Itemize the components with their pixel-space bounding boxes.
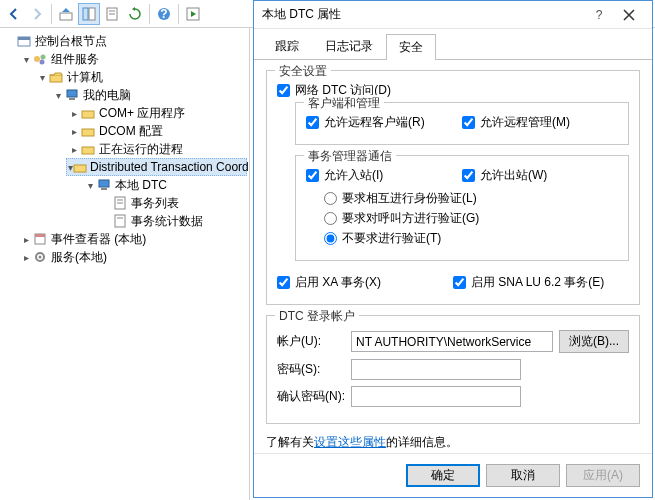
help-button[interactable]: ? — [584, 4, 614, 26]
group-legend: DTC 登录帐户 — [275, 308, 359, 325]
tree-txlist[interactable]: 事务列表 — [98, 194, 247, 212]
svg-point-31 — [39, 256, 42, 259]
info-link[interactable]: 设置这些属性 — [314, 435, 386, 449]
info-prefix: 了解有关 — [266, 435, 314, 449]
checkbox-label: 启用 XA 事务(X) — [295, 274, 381, 291]
svg-text:?: ? — [160, 7, 167, 21]
account-label: 帐户(U): — [277, 333, 345, 350]
svg-rect-10 — [18, 37, 30, 40]
tree-txstats[interactable]: 事务统计数据 — [98, 212, 247, 230]
checkbox-label: 允许出站(W) — [480, 167, 547, 184]
caller-auth-radio[interactable]: 要求对呼叫方进行验证(G) — [324, 210, 618, 227]
svg-rect-16 — [69, 98, 75, 100]
allow-remote-client-checkbox[interactable]: 允许远程客户端(R) — [306, 114, 462, 131]
tree-local-dtc[interactable]: ▾本地 DTC — [82, 176, 247, 194]
checkbox-label: 允许远程管理(M) — [480, 114, 570, 131]
svg-rect-20 — [74, 165, 86, 172]
tab-log[interactable]: 日志记录 — [312, 33, 386, 59]
tree-complus[interactable]: ▸COM+ 应用程序 — [66, 104, 247, 122]
up-icon[interactable] — [55, 3, 77, 25]
tree-label: COM+ 应用程序 — [99, 105, 185, 122]
properties-icon[interactable] — [101, 3, 123, 25]
forward-button[interactable] — [26, 3, 48, 25]
mutual-auth-radio[interactable]: 要求相互进行身份验证(L) — [324, 190, 618, 207]
tree-pane: 控制台根节点 ▾组件服务 ▾计算机 ▾我的电脑 — [0, 28, 250, 500]
radio-label: 要求相互进行身份验证(L) — [342, 190, 477, 207]
tree-running[interactable]: ▸正在运行的进程 — [66, 140, 247, 158]
tab-security[interactable]: 安全 — [386, 34, 436, 60]
close-button[interactable] — [614, 4, 644, 26]
svg-rect-22 — [101, 188, 107, 190]
tree-event-viewer[interactable]: ▸事件查看器 (本地) — [18, 230, 247, 248]
dialog-buttons: 确定 取消 应用(A) — [254, 453, 652, 497]
tree-label: 服务(本地) — [51, 249, 107, 266]
no-auth-radio[interactable]: 不要求进行验证(T) — [324, 230, 618, 247]
security-settings-group: 安全设置 网络 DTC 访问(D) 客户端和管理 允许远程客户端(R) 允许远程… — [266, 70, 640, 305]
tree-component-services[interactable]: ▾组件服务 — [18, 50, 247, 68]
browse-button[interactable]: 浏览(B)... — [559, 330, 629, 353]
play-icon[interactable] — [182, 3, 204, 25]
radio-label: 要求对呼叫方进行验证(G) — [342, 210, 479, 227]
group-legend: 客户端和管理 — [304, 95, 384, 112]
tree-label: Distributed Transaction Coordinator — [90, 160, 250, 174]
svg-point-13 — [40, 60, 45, 65]
properties-dialog: 本地 DTC 属性 ? 跟踪 日志记录 安全 安全设置 网络 DTC 访问(D)… — [253, 0, 653, 498]
svg-rect-1 — [83, 8, 88, 20]
tree-label: 本地 DTC — [115, 177, 167, 194]
tree-dcom[interactable]: ▸DCOM 配置 — [66, 122, 247, 140]
tree-label: 组件服务 — [51, 51, 99, 68]
tab-trace[interactable]: 跟踪 — [262, 33, 312, 59]
back-button[interactable] — [3, 3, 25, 25]
account-field[interactable] — [351, 331, 553, 352]
tree-my-computer[interactable]: ▾我的电脑 — [50, 86, 247, 104]
refresh-icon[interactable] — [124, 3, 146, 25]
svg-point-11 — [34, 56, 40, 62]
ok-button[interactable]: 确定 — [406, 464, 480, 487]
confirm-password-field[interactable] — [351, 386, 521, 407]
client-admin-group: 客户端和管理 允许远程客户端(R) 允许远程管理(M) — [295, 102, 629, 145]
svg-rect-19 — [82, 147, 94, 154]
tree-root[interactable]: 控制台根节点 — [2, 32, 247, 50]
svg-rect-18 — [82, 129, 94, 136]
radio-label: 不要求进行验证(T) — [342, 230, 441, 247]
tree-label: 事件查看器 (本地) — [51, 231, 146, 248]
tree-label: 事务统计数据 — [131, 213, 203, 230]
allow-remote-admin-checkbox[interactable]: 允许远程管理(M) — [462, 114, 618, 131]
tree-label: 正在运行的进程 — [99, 141, 183, 158]
tree-dtc[interactable]: ▾Distributed Transaction Coordinator — [66, 158, 247, 176]
view-icon[interactable] — [78, 3, 100, 25]
tab-bar: 跟踪 日志记录 安全 — [254, 29, 652, 60]
tree-label: 事务列表 — [131, 195, 179, 212]
svg-rect-21 — [99, 180, 109, 187]
tree-label: DCOM 配置 — [99, 123, 163, 140]
enable-xa-checkbox[interactable]: 启用 XA 事务(X) — [277, 274, 453, 291]
tm-comm-group: 事务管理器通信 允许入站(I) 允许出站(W) 要求相互进行身份验证(L) 要求… — [295, 155, 629, 261]
tree-label: 计算机 — [67, 69, 103, 86]
checkbox-label: 允许远程客户端(R) — [324, 114, 425, 131]
svg-rect-26 — [115, 215, 125, 227]
allow-inbound-checkbox[interactable]: 允许入站(I) — [306, 167, 462, 184]
confirm-password-label: 确认密码(N): — [277, 388, 345, 405]
svg-rect-15 — [67, 90, 77, 97]
svg-rect-17 — [82, 111, 94, 118]
apply-button[interactable]: 应用(A) — [566, 464, 640, 487]
cancel-button[interactable]: 取消 — [486, 464, 560, 487]
enable-sna-checkbox[interactable]: 启用 SNA LU 6.2 事务(E) — [453, 274, 629, 291]
allow-outbound-checkbox[interactable]: 允许出站(W) — [462, 167, 618, 184]
checkbox-label: 启用 SNA LU 6.2 事务(E) — [471, 274, 604, 291]
group-legend: 事务管理器通信 — [304, 148, 396, 165]
group-legend: 安全设置 — [275, 63, 331, 80]
info-suffix: 的详细信息。 — [386, 435, 458, 449]
dialog-title: 本地 DTC 属性 — [262, 6, 584, 23]
help-icon[interactable]: ? — [153, 3, 175, 25]
tree-services[interactable]: ▸服务(本地) — [18, 248, 247, 266]
svg-rect-2 — [89, 8, 95, 20]
svg-rect-14 — [50, 75, 62, 82]
svg-point-12 — [41, 55, 46, 60]
logon-account-group: DTC 登录帐户 帐户(U): 浏览(B)... 密码(S): 确认密码(N): — [266, 315, 640, 424]
tree-root-label: 控制台根节点 — [35, 33, 107, 50]
password-field[interactable] — [351, 359, 521, 380]
password-label: 密码(S): — [277, 361, 345, 378]
tree-computers[interactable]: ▾计算机 — [34, 68, 247, 86]
info-text: 了解有关设置这些属性的详细信息。 — [266, 434, 640, 451]
